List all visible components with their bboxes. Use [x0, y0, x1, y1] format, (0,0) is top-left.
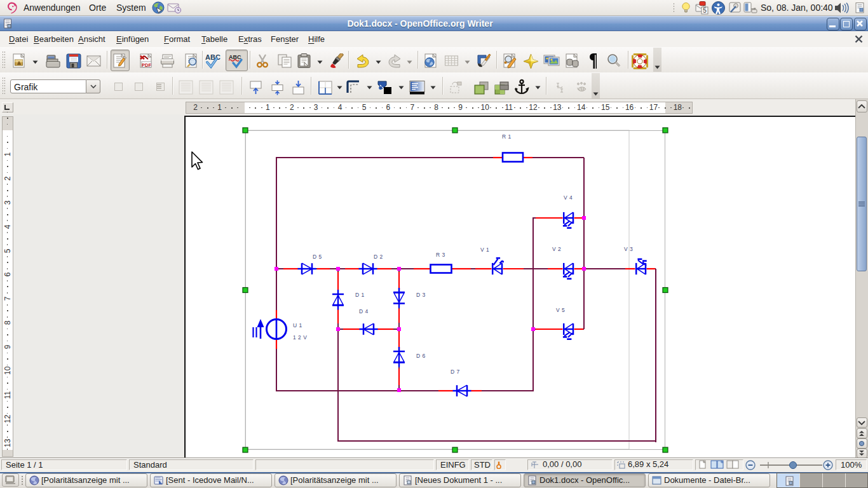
svg-text:D 6: D 6: [416, 353, 426, 359]
svg-text:5: 5: [703, 7, 707, 14]
svg-text:D 4: D 4: [359, 308, 369, 315]
svg-text:D 1: D 1: [355, 292, 365, 298]
svg-text:V 5: V 5: [556, 307, 565, 313]
svg-text:U 1: U 1: [293, 322, 302, 329]
svg-text:V 2: V 2: [552, 246, 561, 252]
svg-text:V 1: V 1: [480, 247, 489, 253]
svg-text:ABC: ABC: [205, 53, 220, 61]
svg-text:D 7: D 7: [451, 369, 460, 375]
svg-text:D 5: D 5: [313, 254, 322, 260]
svg-text:R 1: R 1: [502, 133, 512, 140]
svg-text:PDF: PDF: [142, 62, 151, 68]
svg-text:D 3: D 3: [416, 292, 426, 298]
svg-text:R 3: R 3: [436, 252, 445, 258]
svg-text:V 4: V 4: [564, 194, 573, 201]
svg-text:D 2: D 2: [374, 254, 383, 260]
svg-text:V 3: V 3: [624, 246, 633, 252]
svg-text:1 2 V: 1 2 V: [293, 334, 307, 341]
